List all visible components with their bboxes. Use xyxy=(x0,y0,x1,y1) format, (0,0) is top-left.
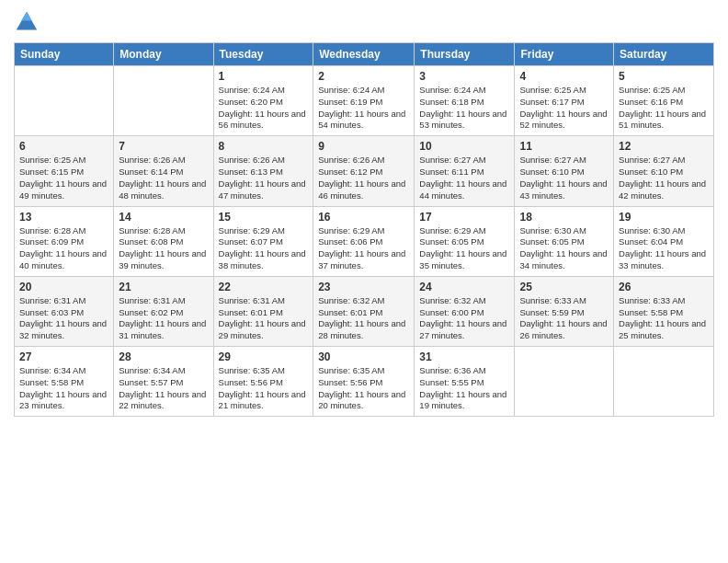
calendar-cell: 7Sunrise: 6:26 AM Sunset: 6:14 PM Daylig… xyxy=(114,136,213,206)
weekday-header: Wednesday xyxy=(313,43,415,66)
calendar-cell: 28Sunrise: 6:34 AM Sunset: 5:57 PM Dayli… xyxy=(114,347,213,417)
day-number: 10 xyxy=(419,140,509,153)
day-info: Sunrise: 6:33 AM Sunset: 5:58 PM Dayligh… xyxy=(619,295,709,342)
day-number: 31 xyxy=(419,350,509,363)
day-number: 3 xyxy=(419,70,509,83)
calendar-week-row: 20Sunrise: 6:31 AM Sunset: 6:03 PM Dayli… xyxy=(15,276,714,346)
calendar-cell: 31Sunrise: 6:36 AM Sunset: 5:55 PM Dayli… xyxy=(415,347,515,417)
day-info: Sunrise: 6:31 AM Sunset: 6:03 PM Dayligh… xyxy=(19,295,108,342)
day-info: Sunrise: 6:24 AM Sunset: 6:18 PM Dayligh… xyxy=(419,85,509,132)
calendar-cell: 2Sunrise: 6:24 AM Sunset: 6:19 PM Daylig… xyxy=(313,66,415,136)
day-info: Sunrise: 6:30 AM Sunset: 6:05 PM Dayligh… xyxy=(519,225,609,272)
calendar-cell: 29Sunrise: 6:35 AM Sunset: 5:56 PM Dayli… xyxy=(213,347,313,417)
calendar-cell xyxy=(114,66,213,136)
day-number: 19 xyxy=(619,211,709,224)
day-info: Sunrise: 6:24 AM Sunset: 6:19 PM Dayligh… xyxy=(318,85,409,132)
day-number: 28 xyxy=(119,350,208,363)
calendar-cell: 10Sunrise: 6:27 AM Sunset: 6:11 PM Dayli… xyxy=(415,136,515,206)
calendar-cell: 6Sunrise: 6:25 AM Sunset: 6:15 PM Daylig… xyxy=(15,136,114,206)
day-info: Sunrise: 6:26 AM Sunset: 6:12 PM Dayligh… xyxy=(318,155,409,201)
day-number: 16 xyxy=(318,211,409,224)
day-number: 23 xyxy=(318,281,409,293)
day-info: Sunrise: 6:27 AM Sunset: 6:10 PM Dayligh… xyxy=(519,155,609,201)
day-number: 7 xyxy=(119,140,208,153)
day-number: 12 xyxy=(619,140,709,153)
weekday-header: Monday xyxy=(114,43,213,66)
calendar-cell: 19Sunrise: 6:30 AM Sunset: 6:04 PM Dayli… xyxy=(614,206,714,276)
day-info: Sunrise: 6:30 AM Sunset: 6:04 PM Dayligh… xyxy=(619,225,709,272)
day-info: Sunrise: 6:27 AM Sunset: 6:11 PM Dayligh… xyxy=(419,155,509,201)
calendar-cell: 22Sunrise: 6:31 AM Sunset: 6:01 PM Dayli… xyxy=(213,276,313,346)
calendar-week-row: 1Sunrise: 6:24 AM Sunset: 6:20 PM Daylig… xyxy=(15,66,714,136)
day-info: Sunrise: 6:29 AM Sunset: 6:06 PM Dayligh… xyxy=(318,225,409,272)
header xyxy=(14,9,714,35)
day-info: Sunrise: 6:27 AM Sunset: 6:10 PM Dayligh… xyxy=(619,155,709,201)
calendar-cell xyxy=(15,66,114,136)
day-number: 29 xyxy=(219,350,309,363)
calendar-cell: 16Sunrise: 6:29 AM Sunset: 6:06 PM Dayli… xyxy=(313,206,415,276)
day-info: Sunrise: 6:29 AM Sunset: 6:05 PM Dayligh… xyxy=(419,225,509,272)
day-info: Sunrise: 6:34 AM Sunset: 5:58 PM Dayligh… xyxy=(19,365,108,412)
calendar-week-row: 27Sunrise: 6:34 AM Sunset: 5:58 PM Dayli… xyxy=(15,347,714,417)
day-number: 21 xyxy=(119,281,208,293)
weekday-header: Saturday xyxy=(614,43,714,66)
calendar-cell: 26Sunrise: 6:33 AM Sunset: 5:58 PM Dayli… xyxy=(614,276,714,346)
calendar-cell: 17Sunrise: 6:29 AM Sunset: 6:05 PM Dayli… xyxy=(415,206,515,276)
day-info: Sunrise: 6:29 AM Sunset: 6:07 PM Dayligh… xyxy=(219,225,309,272)
day-info: Sunrise: 6:28 AM Sunset: 6:09 PM Dayligh… xyxy=(19,225,108,272)
calendar-cell: 25Sunrise: 6:33 AM Sunset: 5:59 PM Dayli… xyxy=(515,276,614,346)
calendar-cell: 1Sunrise: 6:24 AM Sunset: 6:20 PM Daylig… xyxy=(213,66,313,136)
day-number: 11 xyxy=(519,140,609,153)
day-number: 6 xyxy=(19,140,108,153)
calendar-cell: 9Sunrise: 6:26 AM Sunset: 6:12 PM Daylig… xyxy=(313,136,415,206)
day-number: 22 xyxy=(219,281,309,293)
calendar-cell: 12Sunrise: 6:27 AM Sunset: 6:10 PM Dayli… xyxy=(614,136,714,206)
calendar-cell: 21Sunrise: 6:31 AM Sunset: 6:02 PM Dayli… xyxy=(114,276,213,346)
calendar-week-row: 13Sunrise: 6:28 AM Sunset: 6:09 PM Dayli… xyxy=(15,206,714,276)
day-info: Sunrise: 6:32 AM Sunset: 6:01 PM Dayligh… xyxy=(318,295,409,342)
day-number: 24 xyxy=(419,281,509,293)
logo-icon xyxy=(14,9,40,35)
weekday-header: Sunday xyxy=(15,43,114,66)
day-number: 4 xyxy=(519,70,609,83)
day-number: 2 xyxy=(318,70,409,83)
calendar-cell: 18Sunrise: 6:30 AM Sunset: 6:05 PM Dayli… xyxy=(515,206,614,276)
day-number: 8 xyxy=(219,140,309,153)
day-number: 14 xyxy=(119,211,208,224)
day-info: Sunrise: 6:35 AM Sunset: 5:56 PM Dayligh… xyxy=(219,365,309,412)
day-number: 5 xyxy=(619,70,709,83)
day-info: Sunrise: 6:34 AM Sunset: 5:57 PM Dayligh… xyxy=(119,365,208,412)
calendar-cell xyxy=(614,347,714,417)
day-number: 17 xyxy=(419,211,509,224)
calendar-header-row: SundayMondayTuesdayWednesdayThursdayFrid… xyxy=(15,43,714,66)
weekday-header: Thursday xyxy=(415,43,515,66)
day-number: 20 xyxy=(19,281,108,293)
weekday-header: Tuesday xyxy=(213,43,313,66)
calendar-cell: 20Sunrise: 6:31 AM Sunset: 6:03 PM Dayli… xyxy=(15,276,114,346)
logo xyxy=(14,9,43,35)
calendar-cell: 3Sunrise: 6:24 AM Sunset: 6:18 PM Daylig… xyxy=(415,66,515,136)
calendar-cell: 30Sunrise: 6:35 AM Sunset: 5:56 PM Dayli… xyxy=(313,347,415,417)
calendar-cell: 23Sunrise: 6:32 AM Sunset: 6:01 PM Dayli… xyxy=(313,276,415,346)
calendar-cell: 24Sunrise: 6:32 AM Sunset: 6:00 PM Dayli… xyxy=(415,276,515,346)
calendar-table: SundayMondayTuesdayWednesdayThursdayFrid… xyxy=(14,42,714,417)
day-info: Sunrise: 6:26 AM Sunset: 6:13 PM Dayligh… xyxy=(219,155,309,201)
day-info: Sunrise: 6:24 AM Sunset: 6:20 PM Dayligh… xyxy=(219,85,309,132)
day-number: 26 xyxy=(619,281,709,293)
day-info: Sunrise: 6:26 AM Sunset: 6:14 PM Dayligh… xyxy=(119,155,208,201)
day-number: 15 xyxy=(219,211,309,224)
calendar-cell: 27Sunrise: 6:34 AM Sunset: 5:58 PM Dayli… xyxy=(15,347,114,417)
calendar-cell: 13Sunrise: 6:28 AM Sunset: 6:09 PM Dayli… xyxy=(15,206,114,276)
day-info: Sunrise: 6:25 AM Sunset: 6:15 PM Dayligh… xyxy=(19,155,108,201)
day-info: Sunrise: 6:32 AM Sunset: 6:00 PM Dayligh… xyxy=(419,295,509,342)
day-number: 18 xyxy=(519,211,609,224)
calendar-cell: 15Sunrise: 6:29 AM Sunset: 6:07 PM Dayli… xyxy=(213,206,313,276)
calendar-cell: 11Sunrise: 6:27 AM Sunset: 6:10 PM Dayli… xyxy=(515,136,614,206)
day-info: Sunrise: 6:36 AM Sunset: 5:55 PM Dayligh… xyxy=(419,365,509,412)
calendar-cell xyxy=(515,347,614,417)
day-info: Sunrise: 6:33 AM Sunset: 5:59 PM Dayligh… xyxy=(519,295,609,342)
day-number: 27 xyxy=(19,350,108,363)
day-number: 25 xyxy=(519,281,609,293)
calendar-cell: 4Sunrise: 6:25 AM Sunset: 6:17 PM Daylig… xyxy=(515,66,614,136)
svg-marker-1 xyxy=(21,12,31,21)
